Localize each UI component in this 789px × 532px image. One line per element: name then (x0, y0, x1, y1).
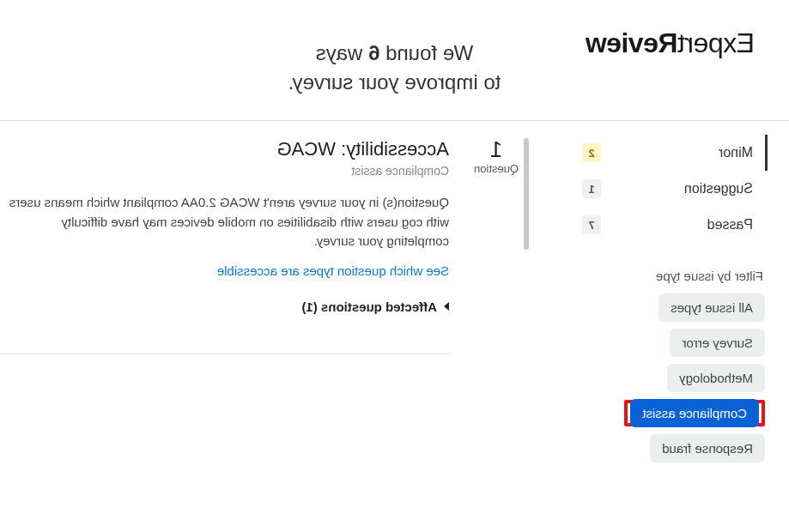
affected-label: Affected questions (1) (301, 299, 437, 314)
filter-all-issue-types[interactable]: All issue types (659, 293, 765, 322)
filter-highlight: Compliance assist (624, 400, 765, 426)
severity-badge: 1 (582, 179, 601, 198)
filter-methodology[interactable]: Methodology (667, 364, 765, 392)
scrollbar-thumb[interactable] (524, 138, 529, 250)
sidebar: Minor 2 Suggestion 1 Passed 7 Filter by … (557, 121, 789, 494)
issue-title: Accessibility: WCAG (0, 138, 449, 160)
headline-prefix: We found (379, 41, 473, 64)
severity-label: Minor (719, 145, 753, 160)
issue-subtitle: Compliance assist (0, 164, 449, 178)
headline-line2: to improve your survey. (288, 70, 501, 94)
brand-part2: Review (586, 27, 677, 58)
severity-item-minor[interactable]: Minor 2 (575, 135, 768, 171)
severity-badge: 2 (582, 143, 601, 162)
issue-description: Question(s) in your survey aren't WCAG 2… (0, 193, 449, 251)
main-panel: 1 Question Accessibility: WCAG Complianc… (0, 121, 557, 494)
filter-response-fraud[interactable]: Response fraud (650, 434, 765, 462)
headline-count: 6 (368, 41, 379, 64)
affected-questions-toggle[interactable]: Affected questions (1) (0, 299, 449, 314)
filter-heading: Filter by issue type (575, 269, 765, 283)
issue-card: 1 Question Accessibility: WCAG Complianc… (0, 138, 519, 477)
issue-count-number: 1 (473, 138, 519, 160)
issue-count-label: Question (473, 162, 519, 175)
brand-part1: Expert (678, 27, 755, 58)
severity-list: Minor 2 Suggestion 1 Passed 7 (575, 135, 765, 243)
issue-help-link[interactable]: See which question types are accessible (217, 263, 449, 278)
headline-suffix: ways (316, 41, 368, 64)
severity-item-suggestion[interactable]: Suggestion 1 (575, 171, 765, 207)
filter-compliance-assist[interactable]: Compliance assist (630, 399, 759, 427)
severity-item-passed[interactable]: Passed 7 (575, 207, 765, 243)
issue-divider (0, 354, 449, 354)
severity-label: Passed (707, 217, 753, 233)
caret-right-icon (444, 302, 449, 311)
scrollbar[interactable] (521, 138, 531, 477)
severity-label: Suggestion (684, 181, 753, 196)
filter-survey-error[interactable]: Survey error (670, 329, 765, 357)
issue-count: 1 Question (473, 138, 519, 175)
severity-badge: 7 (582, 215, 601, 234)
filter-list: All issue types Survey error Methodology… (575, 293, 765, 462)
